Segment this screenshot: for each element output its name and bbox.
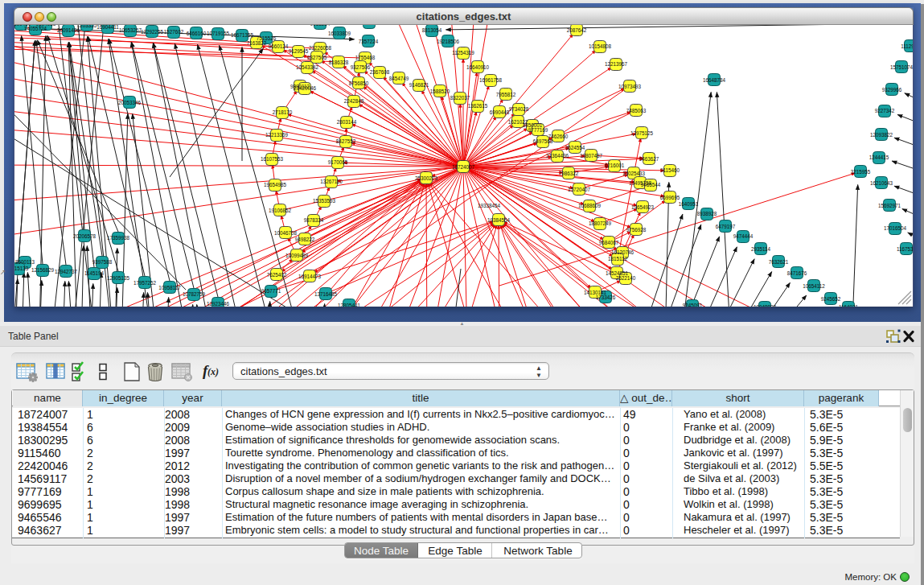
svg-text:8322037: 8322037 <box>450 95 470 101</box>
svg-text:1145194: 1145194 <box>84 270 105 276</box>
svg-text:7163822: 7163822 <box>247 40 267 46</box>
svg-text:13716485: 13716485 <box>314 291 338 297</box>
svg-text:8471676: 8471676 <box>787 270 807 276</box>
svg-text:6699695: 6699695 <box>660 195 680 200</box>
svg-text:10653267: 10653267 <box>119 27 142 33</box>
svg-text:16107553: 16107553 <box>261 156 284 162</box>
svg-text:16671355: 16671355 <box>231 32 254 38</box>
svg-text:16914473: 16914473 <box>298 274 322 279</box>
svg-text:10025433: 10025433 <box>622 171 646 176</box>
svg-text:1527602: 1527602 <box>164 29 184 35</box>
svg-text:9129545: 9129545 <box>289 48 309 54</box>
svg-text:16210643: 16210643 <box>870 180 893 186</box>
svg-text:9397588: 9397588 <box>92 259 113 265</box>
svg-text:16033809: 16033809 <box>328 31 351 36</box>
svg-text:14130141: 14130141 <box>584 290 607 295</box>
svg-text:9115460: 9115460 <box>660 167 680 173</box>
svg-text:16648784: 16648784 <box>703 77 726 83</box>
svg-text:17957252: 17957252 <box>133 280 157 286</box>
svg-text:1755468: 1755468 <box>355 55 376 60</box>
svg-text:15751074: 15751074 <box>890 64 913 70</box>
svg-text:8813054: 8813054 <box>422 27 442 33</box>
svg-text:21364436: 21364436 <box>546 153 569 159</box>
svg-text:6479197: 6479197 <box>716 224 736 229</box>
svg-text:19654985: 19654985 <box>264 182 287 187</box>
svg-text:10958117: 10958117 <box>158 285 181 290</box>
svg-text:23226058: 23226058 <box>309 45 332 51</box>
svg-text:18724007: 18724007 <box>452 164 475 170</box>
svg-text:19106852: 19106852 <box>269 208 292 213</box>
svg-text:9498222: 9498222 <box>295 237 315 242</box>
svg-text:15353593: 15353593 <box>313 198 336 204</box>
svg-text:12805441: 12805441 <box>338 303 361 307</box>
svg-text:14099489: 14099489 <box>285 253 309 258</box>
svg-text:10543342: 10543342 <box>296 64 319 70</box>
svg-text:1588520: 1588520 <box>430 89 450 94</box>
svg-text:12923446: 12923446 <box>207 301 230 307</box>
svg-text:9327506: 9327506 <box>351 64 371 70</box>
svg-text:8454749: 8454749 <box>389 76 409 81</box>
svg-text:2087642: 2087642 <box>567 27 587 33</box>
svg-text:2522140: 2522140 <box>616 275 636 281</box>
svg-text:17359938: 17359938 <box>107 235 130 241</box>
svg-text:6216001: 6216001 <box>605 163 625 168</box>
svg-text:9684067: 9684067 <box>599 240 619 245</box>
svg-text:10973493: 10973493 <box>618 84 642 89</box>
svg-text:1362615: 1362615 <box>468 103 488 109</box>
svg-text:10807487: 10807487 <box>580 153 603 159</box>
svg-text:9463627: 9463627 <box>639 156 659 162</box>
svg-text:9146821: 9146821 <box>409 82 429 88</box>
svg-text:1640951: 1640951 <box>679 201 699 207</box>
svg-text:12942737: 12942737 <box>55 269 78 274</box>
svg-text:(x): (x) <box>207 366 219 377</box>
svg-text:1164021: 1164021 <box>839 304 859 307</box>
svg-text:19218506: 19218506 <box>437 39 460 44</box>
svg-text:1733426: 1733426 <box>596 295 616 300</box>
svg-text:9063214: 9063214 <box>310 25 331 27</box>
svg-text:8938928: 8938928 <box>697 211 717 216</box>
svg-text:1815112: 1815112 <box>608 256 628 262</box>
svg-text:9777169: 9777169 <box>528 127 548 133</box>
svg-text:25300273: 25300273 <box>415 175 438 181</box>
svg-text:16961758: 16961758 <box>479 77 503 83</box>
svg-text:8427552: 8427552 <box>336 138 356 144</box>
svg-text:1112904: 1112904 <box>901 43 913 49</box>
svg-text:9465544: 9465544 <box>641 182 661 187</box>
svg-text:12213369: 12213369 <box>265 132 289 138</box>
svg-text:10719155: 10719155 <box>207 31 230 36</box>
svg-text:9170065: 9170065 <box>328 159 348 165</box>
svg-text:2803144: 2803144 <box>337 119 357 125</box>
svg-text:8500113: 8500113 <box>15 259 35 265</box>
svg-text:7955812: 7955812 <box>496 92 516 97</box>
svg-text:12156829: 12156829 <box>31 267 55 273</box>
svg-text:13267110: 13267110 <box>320 179 343 184</box>
svg-text:7357224: 7357224 <box>359 39 379 44</box>
svg-text:20053346: 20053346 <box>118 100 142 105</box>
svg-text:9245652: 9245652 <box>821 296 841 302</box>
svg-text:9474444: 9474444 <box>733 233 754 239</box>
svg-text:6990448: 6990448 <box>490 109 510 115</box>
svg-text:7625402: 7625402 <box>267 272 287 278</box>
svg-text:19654923: 19654923 <box>631 204 655 210</box>
svg-text:7632621: 7632621 <box>769 259 789 265</box>
svg-text:16120746: 16120746 <box>611 249 634 255</box>
svg-text:9878334: 9878334 <box>304 217 324 223</box>
svg-text:3624554: 3624554 <box>565 145 585 150</box>
svg-text:2718170: 2718170 <box>273 109 293 115</box>
svg-text:15720407: 15720407 <box>568 187 591 192</box>
svg-text:7986322: 7986322 <box>559 171 579 176</box>
svg-text:11254319: 11254319 <box>452 50 474 56</box>
svg-text:1244415: 1244415 <box>869 154 889 160</box>
svg-text:10654112: 10654112 <box>803 283 825 289</box>
svg-text:19384554: 19384554 <box>487 217 511 223</box>
svg-text:16904411: 16904411 <box>97 25 119 30</box>
svg-text:6466160: 6466160 <box>187 31 207 36</box>
svg-text:14055724: 14055724 <box>24 26 47 31</box>
svg-text:9194033: 9194033 <box>36 25 56 27</box>
svg-text:8186328: 8186328 <box>329 60 349 65</box>
svg-text:8756850: 8756850 <box>349 80 369 86</box>
svg-text:3915133: 3915133 <box>14 266 29 271</box>
svg-text:16640910: 16640910 <box>466 64 490 70</box>
svg-text:18807249: 18807249 <box>589 220 612 226</box>
svg-text:9329966: 9329966 <box>882 87 902 93</box>
